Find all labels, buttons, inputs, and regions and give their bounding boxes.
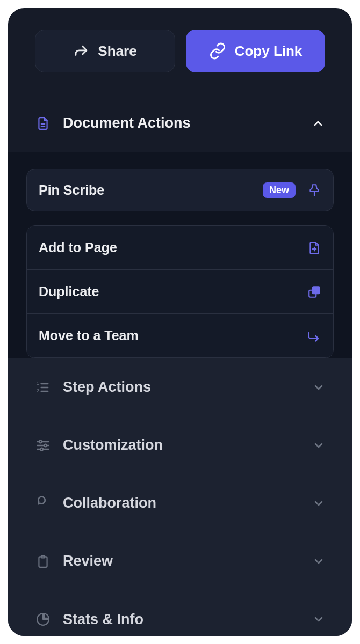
section-title-collaboration: Collaboration (63, 495, 312, 511)
pie-chart-icon (35, 611, 51, 627)
section-title-review: Review (63, 553, 312, 569)
section-title-stats-info: Stats & Info (63, 611, 312, 628)
ordered-list-icon: 1 2 (35, 379, 51, 396)
svg-text:2: 2 (37, 389, 39, 393)
copy-link-button[interactable]: Copy Link (186, 30, 325, 72)
top-button-row: Share Copy Link (8, 8, 352, 94)
chevron-down-icon (312, 613, 325, 626)
chevron-up-icon (311, 116, 325, 130)
svg-point-13 (39, 440, 42, 443)
section-header-stats-info[interactable]: Stats & Info (8, 590, 352, 636)
svg-text:1: 1 (37, 381, 39, 386)
section-title-step-actions: Step Actions (63, 379, 312, 396)
section-title-document-actions: Document Actions (63, 115, 311, 131)
chevron-down-icon (312, 439, 325, 452)
file-plus-icon (307, 241, 321, 255)
duplicate-label: Duplicate (39, 284, 307, 299)
move-arrow-icon (306, 328, 321, 343)
add-to-page-item[interactable]: Add to Page (27, 226, 333, 270)
new-badge: New (263, 182, 296, 198)
section-title-customization: Customization (63, 437, 312, 453)
chat-bubbles-icon (35, 495, 51, 511)
add-to-page-label: Add to Page (39, 240, 307, 255)
document-actions-body: Pin Scribe New Add to Page (8, 152, 352, 358)
actions-panel: Share Copy Link Document Actions (8, 8, 352, 636)
section-header-step-actions[interactable]: 1 2 Step Actions (8, 358, 352, 416)
section-header-collaboration[interactable]: Collaboration (8, 474, 352, 532)
share-button-label: Share (98, 43, 136, 60)
section-header-document-actions[interactable]: Document Actions (8, 94, 352, 152)
action-group: Add to Page Duplicate (26, 225, 334, 358)
share-button[interactable]: Share (35, 30, 175, 72)
section-header-review[interactable]: Review (8, 532, 352, 590)
chevron-down-icon (312, 381, 325, 394)
pin-scribe-item[interactable]: Pin Scribe New (26, 169, 334, 211)
move-to-team-label: Move to a Team (39, 328, 306, 343)
section-header-customization[interactable]: Customization (8, 416, 352, 474)
svg-point-17 (40, 448, 43, 450)
clipboard-icon (35, 553, 51, 569)
chevron-down-icon (312, 497, 325, 510)
document-icon (35, 115, 51, 131)
share-arrow-icon (73, 43, 89, 59)
copy-icon (307, 285, 321, 299)
svg-point-15 (44, 444, 47, 447)
chevron-down-icon (312, 555, 325, 568)
link-icon (209, 42, 226, 60)
move-to-team-item[interactable]: Move to a Team (27, 314, 333, 358)
pin-scribe-label: Pin Scribe (39, 182, 263, 198)
copy-link-button-label: Copy Link (235, 43, 303, 60)
pin-icon (307, 183, 321, 197)
sliders-icon (35, 437, 51, 453)
duplicate-item[interactable]: Duplicate (27, 270, 333, 314)
